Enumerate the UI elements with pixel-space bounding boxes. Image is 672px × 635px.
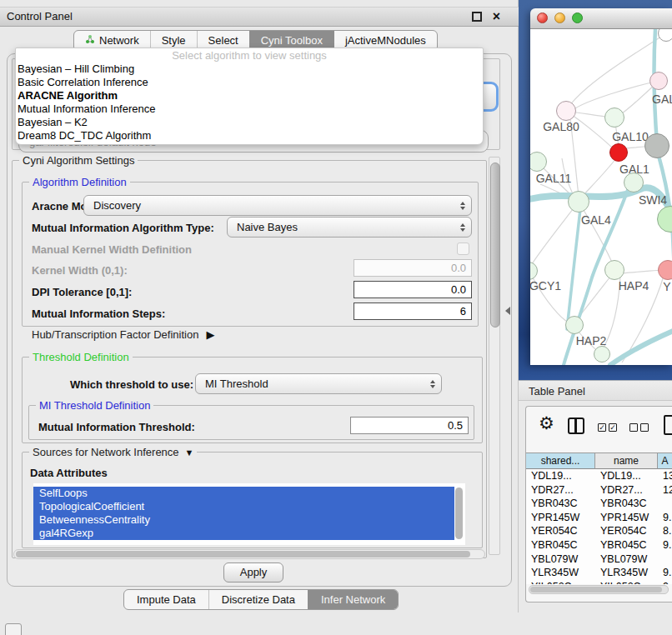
node-label-gal10: GAL10 — [612, 130, 649, 143]
network-node-gal1[interactable] — [609, 143, 628, 162]
algorithm-dropdown-hint: Select algorithm to view settings — [16, 48, 483, 62]
bottom-tabs: Impute DataDiscretize DataInfer Network — [123, 589, 399, 610]
settings-hscroll-thumb[interactable] — [16, 551, 470, 558]
zoom-window-icon[interactable] — [572, 12, 583, 23]
network-node-gal80[interactable] — [556, 101, 576, 121]
check-all-icon[interactable]: ✓ — [609, 423, 617, 432]
algorithm-dropdown-list: Bayesian – Hill ClimbingBasic Correlatio… — [16, 62, 483, 142]
table-cell: YBR045C — [526, 538, 595, 552]
hub-definition-toggle[interactable]: Hub/Transcription Factor Definition ▶ — [32, 328, 214, 341]
algorithm-option[interactable]: Mutual Information Inference — [16, 102, 483, 116]
which-threshold-value: MI Threshold — [205, 378, 268, 390]
table-cell — [658, 497, 672, 511]
kernel-width-field[interactable]: 0.0 — [354, 259, 472, 277]
network-node-gal[interactable] — [649, 72, 668, 90]
table-row[interactable]: YBR043CYBR043C — [526, 497, 672, 511]
table-cell: YDL19... — [526, 469, 595, 483]
attributes-list-scrollbar[interactable] — [455, 488, 463, 539]
dock-panel-icon[interactable] — [5, 623, 22, 635]
bottom-tab-discretize-data[interactable]: Discretize Data — [208, 590, 308, 609]
gear-icon[interactable]: ⚙ — [539, 413, 554, 433]
data-attribute-item[interactable]: BetweennessCentrality — [33, 513, 454, 527]
settings-vertical-scrollbar[interactable] — [489, 157, 500, 555]
expand-right-icon[interactable]: ▶ — [206, 328, 214, 341]
table-row[interactable]: YDR27...YDR27...12 — [526, 483, 672, 498]
table-cell: YLR345W — [526, 566, 595, 580]
data-attribute-item[interactable]: gal4RGexp — [33, 527, 454, 540]
split-collapse-icon[interactable] — [505, 307, 510, 315]
network-node-swi4[interactable] — [624, 172, 644, 192]
table-cell: 9. — [658, 511, 672, 525]
table-row[interactable]: YPR145WYPR145W9. — [526, 511, 672, 525]
mi-type-combo[interactable]: Naive Bayes — [227, 217, 472, 238]
network-node-gal4[interactable] — [568, 191, 589, 212]
network-node-hap2[interactable] — [565, 316, 584, 334]
node-label-gal80: GAL80 — [543, 120, 579, 133]
network-node-gal10[interactable] — [604, 108, 624, 128]
settings-vscroll-thumb[interactable] — [490, 162, 500, 328]
uncheck-all-icon[interactable] — [629, 423, 638, 432]
table-row[interactable]: YDL19...YDL19...13 — [526, 469, 672, 483]
table-cell: YER054C — [526, 524, 595, 538]
data-attributes-list[interactable]: SelfLoopsTopologicalCoefficientBetweenne… — [33, 483, 465, 545]
network-node-y[interactable] — [658, 260, 672, 280]
which-threshold-label: Which threshold to use: — [70, 378, 193, 391]
network-node[interactable] — [594, 346, 610, 362]
table-horizontal-scrollbar[interactable] — [529, 585, 669, 594]
control-panel-title: Control Panel — [7, 10, 73, 22]
table-row[interactable]: YIL052CYIL052C9 — [526, 580, 672, 584]
minimize-window-icon[interactable] — [554, 12, 565, 23]
node-label-gal11: GAL11 — [536, 172, 572, 185]
network-node-hap4[interactable] — [604, 260, 624, 280]
column-header-shared[interactable]: shared... — [526, 453, 595, 469]
dpi-tolerance-field[interactable]: 0.0 — [354, 281, 472, 298]
manual-kernel-checkbox[interactable] — [457, 242, 469, 255]
bottom-tab-infer-network[interactable]: Infer Network — [308, 590, 398, 609]
cyni-settings-group-title: Cyni Algorithm Settings — [19, 154, 138, 167]
table-cell: YPR145W — [595, 511, 658, 525]
network-window-titlebar[interactable] — [530, 8, 672, 29]
algorithm-option[interactable]: Bayesian – K2 — [16, 116, 483, 129]
data-attribute-item[interactable]: SelfLoops — [33, 487, 454, 500]
network-canvas[interactable]: GALGAL80GAL10GAL1GAL11SWI4GAL4GCY1HAP4YH… — [530, 29, 672, 365]
close-panel-icon[interactable]: × — [493, 8, 500, 25]
column-header-a[interactable]: A — [658, 453, 672, 469]
table-body: YDL19...YDL19...13YDR27...YDR27...12YBR0… — [526, 469, 672, 584]
algorithm-dropdown-popup: Select algorithm to view settings Bayesi… — [15, 48, 484, 145]
node-label-gal4: GAL4 — [581, 213, 611, 227]
algorithm-option[interactable]: Bayesian – Hill Climbing — [16, 62, 483, 76]
algorithm-option[interactable]: Basic Correlation Inference — [16, 76, 483, 89]
table-row[interactable]: YBR045CYBR045C9. — [526, 538, 672, 552]
settings-horizontal-scrollbar[interactable] — [13, 549, 485, 559]
bottom-tab-impute-data[interactable]: Impute Data — [124, 590, 208, 609]
table-columns-icon[interactable] — [568, 418, 584, 434]
collapse-down-icon[interactable]: ▼ — [185, 448, 194, 458]
network-node[interactable] — [644, 133, 669, 158]
node-label-y: Y — [663, 280, 670, 293]
table-panel-title: Table Panel — [529, 385, 585, 398]
table-row[interactable]: YER054CYER054C8. — [526, 524, 672, 538]
table-panel: ⚙ ✓ ✓ shared...nameA YDL19...YDL19...13Y… — [525, 406, 672, 602]
table-cell: YBL079W — [595, 552, 658, 567]
which-threshold-combo[interactable]: MI Threshold — [195, 373, 442, 394]
table-row[interactable]: YLR345WYLR345W9. — [526, 566, 672, 580]
table-hscroll-thumb[interactable] — [530, 587, 662, 592]
data-attribute-item[interactable]: TopologicalCoefficient — [33, 500, 454, 513]
sources-group-title: Sources for Network Inference▼ — [29, 446, 197, 458]
float-window-icon[interactable] — [472, 12, 482, 22]
column-header-name[interactable]: name — [595, 453, 658, 469]
aracne-mode-combo[interactable]: Discovery — [83, 195, 472, 216]
close-window-icon[interactable] — [537, 12, 548, 23]
check-all-icon[interactable]: ✓ — [598, 423, 606, 432]
algorithm-option[interactable]: Dream8 DC_TDC Algorithm — [16, 129, 483, 142]
table-row[interactable]: YBL079WYBL079W — [526, 552, 672, 567]
apply-button[interactable]: Apply — [223, 562, 283, 582]
uncheck-all-icon[interactable] — [640, 423, 649, 432]
mi-steps-field[interactable]: 6 — [354, 302, 472, 320]
algorithm-option[interactable]: ARACNE Algorithm — [16, 89, 483, 102]
table-cell: YBR045C — [595, 538, 658, 552]
table-cell: YIL052C — [595, 580, 658, 584]
mi-threshold-field[interactable]: 0.5 — [350, 417, 469, 434]
document-icon[interactable] — [664, 415, 672, 435]
mi-type-label: Mutual Information Algorithm Type: — [32, 222, 214, 234]
